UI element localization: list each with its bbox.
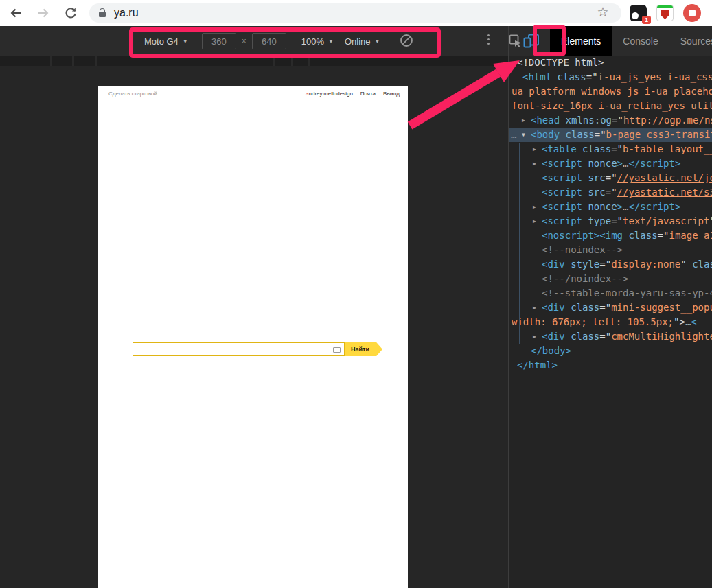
expander-icon[interactable]: ▶ bbox=[522, 113, 525, 128]
code-line[interactable]: <!DOCTYPE html> bbox=[509, 56, 712, 70]
inspect-button[interactable] bbox=[509, 26, 522, 56]
code-line[interactable]: width: 676px; left: 105.5px;">…< bbox=[509, 315, 712, 329]
extension-2-greenbar bbox=[657, 5, 673, 8]
code-token: <!--noindex--> bbox=[542, 244, 623, 255]
code-token: <head bbox=[531, 115, 560, 126]
code-token: =" bbox=[599, 302, 611, 313]
code-line[interactable]: <noscript><img class="image a1 bbox=[509, 228, 712, 243]
code-line[interactable]: <div style="display:none" clas bbox=[509, 257, 712, 272]
code-line[interactable]: ▶<head xmlns:og="http://ogp.me/ns bbox=[509, 113, 712, 128]
code-token: b-table layout__ bbox=[623, 143, 712, 154]
node-menu-dots[interactable]: … bbox=[511, 128, 516, 142]
code-token: width: 676px; left: 105.5px; bbox=[512, 316, 674, 327]
rotate-button[interactable] bbox=[399, 33, 414, 50]
code-line[interactable]: ▶<table class="b-table layout__ bbox=[509, 142, 712, 156]
device-emulation-area: Moto G4 ▼ 360 × 640 100% ▼ Online ▼ С bbox=[0, 26, 508, 588]
code-token: class bbox=[565, 331, 600, 342]
bookmark-star-icon[interactable]: ☆ bbox=[595, 4, 611, 20]
record-extension-icon[interactable] bbox=[683, 4, 701, 22]
search-input[interactable] bbox=[133, 342, 345, 356]
height-input[interactable]: 640 bbox=[252, 33, 286, 49]
expander-icon[interactable]: ▶ bbox=[533, 214, 536, 228]
username-link[interactable]: andrey.mellodesign bbox=[306, 91, 353, 97]
code-token: =" bbox=[606, 187, 617, 198]
tab-sources[interactable]: Sources bbox=[669, 26, 712, 56]
code-line[interactable]: <!--/noindex--> bbox=[509, 272, 712, 286]
code-token: image a1 bbox=[669, 230, 712, 241]
code-token: cmcMultiHighlighte bbox=[611, 331, 712, 342]
expander-icon[interactable]: ▶ bbox=[533, 142, 536, 156]
code-line[interactable]: ▶<script type="text/javascript" bbox=[509, 214, 712, 228]
extension-icon-1[interactable]: 1 bbox=[630, 5, 647, 21]
logout-link[interactable]: Выход bbox=[383, 91, 400, 97]
search-button[interactable]: Найти bbox=[345, 342, 382, 356]
code-token: class bbox=[560, 129, 595, 140]
dimension-separator: × bbox=[242, 36, 246, 46]
extension-1-dot bbox=[632, 12, 639, 19]
code-line[interactable]: <script src="//yastatic.net/jq bbox=[509, 171, 712, 185]
expander-icon[interactable]: ▶ bbox=[533, 301, 536, 315]
keyboard-icon[interactable] bbox=[333, 347, 341, 353]
code-line[interactable]: ▶<script nonce>…</script> bbox=[509, 156, 712, 171]
expander-icon[interactable]: ▶ bbox=[533, 200, 536, 214]
device-toolbar: Moto G4 ▼ 360 × 640 100% ▼ Online ▼ bbox=[0, 26, 508, 56]
code-token: "> bbox=[674, 316, 685, 327]
code-line[interactable]: ua_platform_windows js i-ua_placeho bbox=[509, 84, 712, 99]
mail-link[interactable]: Почта bbox=[360, 91, 376, 97]
code-token: ua_platform_windows js i-ua_placeho bbox=[512, 86, 712, 97]
address-bar[interactable]: ya.ru bbox=[89, 3, 621, 23]
url-text[interactable]: ya.ru bbox=[114, 7, 139, 19]
ruler-gap bbox=[95, 56, 97, 66]
reload-icon bbox=[64, 6, 78, 20]
code-token: style bbox=[565, 259, 600, 270]
expander-icon[interactable]: ▶ bbox=[533, 156, 536, 171]
code-line[interactable]: ▶<div class="cmcMultiHighlighte bbox=[509, 329, 712, 344]
code-line[interactable]: </html> bbox=[509, 358, 712, 373]
zoom-select[interactable]: 100% ▼ bbox=[301, 36, 334, 47]
shield-extension-icon[interactable] bbox=[656, 5, 674, 21]
device-toolbar-toggle[interactable] bbox=[522, 26, 540, 56]
code-line[interactable]: …▼<body class="b-page css3-transit bbox=[509, 128, 712, 142]
device-select-label: Moto G4 bbox=[144, 36, 179, 47]
code-line[interactable]: font-size_16px i-ua_retina_yes util bbox=[509, 99, 712, 113]
code-line[interactable]: <!--stable-morda-yaru-sas-yp-4 bbox=[509, 286, 712, 301]
code-line[interactable]: </body> bbox=[509, 344, 712, 358]
tab-elements[interactable]: Elements bbox=[550, 26, 612, 56]
code-line[interactable]: <script src="//yastatic.net/s3 bbox=[509, 185, 712, 200]
code-token: =" bbox=[611, 143, 623, 154]
code-token: text/javascript bbox=[623, 215, 709, 226]
code-token: //yastatic.net/s3 bbox=[617, 187, 712, 198]
code-token: class bbox=[577, 143, 612, 154]
ruler-gap bbox=[291, 56, 293, 66]
tab-console[interactable]: Console bbox=[612, 26, 669, 56]
code-token: =" bbox=[611, 215, 623, 226]
code-token: font-size_16px i-ua_retina_yes util bbox=[512, 100, 712, 111]
forward-button[interactable] bbox=[32, 1, 55, 25]
device-select[interactable]: Moto G4 ▼ bbox=[144, 36, 188, 47]
code-token: src bbox=[582, 172, 606, 183]
lock-icon bbox=[99, 12, 106, 17]
code-token: </script> bbox=[628, 201, 680, 212]
back-button[interactable] bbox=[4, 1, 27, 25]
code-token: <!--/noindex--> bbox=[542, 273, 628, 284]
code-token: class bbox=[551, 71, 586, 82]
code-line[interactable]: ▶<script nonce>…</script> bbox=[509, 200, 712, 214]
code-line[interactable]: <html class="i-ua_js_yes i-ua_css_ bbox=[509, 70, 712, 84]
code-token: xmlns:og bbox=[560, 115, 612, 126]
code-token: </body> bbox=[531, 345, 571, 356]
expander-icon[interactable]: ▼ bbox=[522, 128, 525, 142]
reload-button[interactable] bbox=[59, 1, 82, 25]
expander-icon[interactable]: ▶ bbox=[533, 329, 536, 344]
code-line[interactable]: ▶<div class="mini-suggest__popu bbox=[509, 301, 712, 315]
more-options-button[interactable] bbox=[487, 34, 490, 45]
code-token: <html bbox=[522, 71, 551, 82]
media-query-ruler[interactable] bbox=[0, 56, 508, 66]
code-line[interactable]: <!--noindex--> bbox=[509, 243, 712, 257]
code-token: " bbox=[680, 259, 686, 270]
throttling-select[interactable]: Online ▼ bbox=[345, 36, 380, 47]
make-start-link[interactable]: Сделать стартовой bbox=[108, 91, 157, 97]
code-token: class bbox=[565, 302, 600, 313]
code-token: <script bbox=[542, 158, 582, 169]
code-token: nonce bbox=[582, 158, 617, 169]
width-input[interactable]: 360 bbox=[202, 33, 236, 49]
